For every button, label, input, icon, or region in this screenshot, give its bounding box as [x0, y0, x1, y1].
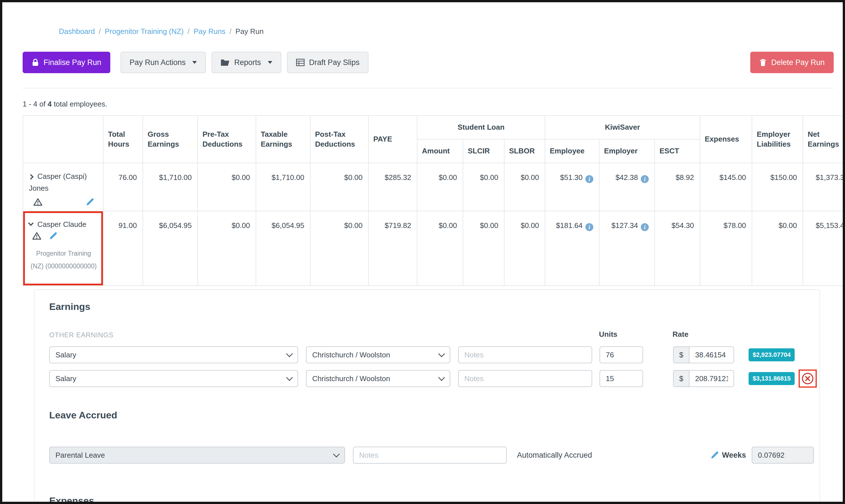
- units-input[interactable]: [600, 346, 643, 363]
- employee-count-summary: 1 - 4 of 4 total employees.: [23, 100, 834, 108]
- rate-column-label: Rate: [672, 330, 688, 339]
- leave-accrued-heading: Leave Accrued: [49, 410, 814, 421]
- breadcrumb-separator: /: [229, 27, 231, 36]
- location-select[interactable]: Christchurch / Woolston: [306, 346, 450, 363]
- cell-post-tax: $0.00: [310, 163, 368, 211]
- location-select[interactable]: Christchurch / Woolston: [306, 370, 450, 387]
- cell-ks-employee: $51.30i: [545, 163, 599, 211]
- cell-taxable: $6,054.95: [256, 211, 310, 286]
- leave-accrued-row: Parental Leave Automatically Accrued Wee…: [49, 447, 814, 464]
- pay-run-summary-table: Total Hours Gross Earnings Pre-Tax Deduc…: [23, 115, 845, 286]
- employee-row-expanded: Casper Claude Progenitor Training (NZ) (…: [23, 211, 845, 286]
- column-header-slcir: SLCIR: [463, 139, 504, 163]
- earnings-heading: Earnings: [49, 301, 814, 312]
- reports-button[interactable]: Reports: [211, 52, 281, 73]
- delete-row-slot: [801, 372, 814, 385]
- column-header-pre-tax-deductions: Pre-Tax Deductions: [198, 115, 256, 163]
- rate-input-group: $: [673, 346, 734, 363]
- earnings-total-badge: $3,131.86815: [748, 372, 795, 385]
- employee-pay-detail-panel: Earnings OTHER EARNINGS Units Rate Salar…: [34, 289, 820, 504]
- info-icon[interactable]: i: [585, 175, 593, 183]
- cell-paye: $719.82: [368, 211, 417, 286]
- column-header-net-earnings: Net Earnings: [803, 115, 845, 163]
- edit-pencil-icon[interactable]: [86, 198, 94, 206]
- folder-icon: [221, 59, 230, 66]
- cell-employer-liabilities: $0.00: [752, 211, 803, 286]
- cell-esct: $8.92: [655, 163, 700, 211]
- payslip-icon: [296, 59, 305, 66]
- units-input[interactable]: [600, 370, 643, 387]
- weeks-label: Weeks: [722, 451, 746, 460]
- delete-earnings-row-icon[interactable]: [801, 372, 814, 385]
- cell-gross-earnings: $1,710.00: [143, 163, 198, 211]
- column-header-employee: [23, 115, 103, 163]
- pay-category-select[interactable]: Salary: [49, 370, 298, 387]
- notes-input[interactable]: [458, 370, 592, 387]
- breadcrumb-link-pay-runs[interactable]: Pay Runs: [194, 27, 226, 36]
- cell-gross-earnings: $6,054.95: [143, 211, 198, 286]
- employee-row: Casper (Caspi) Jones 76.00 $1,710.00 $0.…: [23, 163, 845, 211]
- draft-pay-slips-button[interactable]: Draft Pay Slips: [287, 52, 369, 73]
- cell-expenses: $145.00: [700, 163, 752, 211]
- finalise-label: Finalise Pay Run: [44, 58, 101, 67]
- employee-row-toggle[interactable]: Casper Claude Progenitor Training (NZ) (…: [23, 211, 103, 286]
- caret-down-icon: [192, 61, 197, 64]
- employee-name[interactable]: Casper Claude: [37, 220, 86, 229]
- rate-input-group: $: [673, 370, 734, 387]
- cell-ks-employer: $42.38i: [599, 163, 655, 211]
- leave-notes-input[interactable]: [353, 447, 507, 464]
- pay-run-actions-label: Pay Run Actions: [130, 58, 186, 67]
- column-header-gross-earnings: Gross Earnings: [143, 115, 198, 163]
- breadcrumb-link-business[interactable]: Progenitor Training (NZ): [105, 27, 184, 36]
- weeks-group: Weeks: [711, 447, 814, 464]
- column-group-kiwisaver: KiwiSaver: [545, 115, 700, 139]
- info-icon[interactable]: i: [641, 175, 649, 183]
- info-icon[interactable]: i: [641, 223, 649, 231]
- pay-run-actions-button[interactable]: Pay Run Actions: [120, 52, 206, 73]
- column-header-taxable-earnings: Taxable Earnings: [256, 115, 310, 163]
- pay-category-select-wrap: Salary: [49, 346, 298, 363]
- warning-icon[interactable]: [32, 232, 41, 240]
- column-header-expenses: Expenses: [700, 115, 752, 163]
- column-header-paye: PAYE: [368, 115, 417, 163]
- location-select-wrap: Christchurch / Woolston: [306, 370, 450, 387]
- cell-post-tax: $0.00: [310, 211, 368, 286]
- currency-prefix: $: [673, 346, 689, 363]
- warning-icon[interactable]: [33, 198, 42, 206]
- column-header-total-hours: Total Hours: [103, 115, 143, 163]
- column-header-ks-employer: Employer: [599, 139, 655, 163]
- employee-business-subtitle: Progenitor Training (NZ) (0000000000000): [29, 247, 99, 273]
- column-header-slbor: SLBOR: [504, 139, 545, 163]
- breadcrumb-link-dashboard[interactable]: Dashboard: [59, 27, 95, 36]
- breadcrumb: Dashboard/Progenitor Training (NZ)/Pay R…: [59, 27, 834, 36]
- earnings-row: Salary Christchurch / Woolston $ $2,923.…: [49, 346, 814, 363]
- column-header-employer-liabilities: Employer Liabilities: [752, 115, 803, 163]
- notes-input[interactable]: [458, 346, 592, 363]
- cell-pre-tax: $0.00: [198, 163, 256, 211]
- cell-slbor: $0.00: [504, 163, 545, 211]
- delete-pay-run-button[interactable]: Delete Pay Run: [750, 52, 834, 73]
- other-earnings-label: OTHER EARNINGS: [49, 331, 114, 339]
- info-icon[interactable]: i: [585, 223, 593, 231]
- rate-input[interactable]: [689, 346, 734, 363]
- finalise-pay-run-button[interactable]: Finalise Pay Run: [23, 52, 110, 73]
- cell-net-earnings: $1,373.38: [803, 163, 845, 211]
- chevron-down-icon[interactable]: [28, 220, 34, 226]
- cell-sl-amount: $0.00: [417, 163, 463, 211]
- earnings-total-badge: $2,923.07704: [748, 348, 795, 361]
- employee-name[interactable]: Casper (Caspi) Jones: [29, 172, 87, 192]
- cell-ks-employer: $127.34i: [599, 211, 655, 286]
- breadcrumb-separator: /: [188, 27, 189, 36]
- cell-slcir: $0.00: [463, 211, 504, 286]
- rate-input[interactable]: [689, 370, 734, 387]
- column-header-post-tax-deductions: Post-Tax Deductions: [310, 115, 368, 163]
- cell-paye: $285.32: [368, 163, 417, 211]
- edit-pencil-icon[interactable]: [49, 232, 57, 240]
- edit-pencil-icon[interactable]: [711, 451, 719, 459]
- cell-sl-amount: $0.00: [417, 211, 463, 286]
- cell-pre-tax: $0.00: [198, 211, 256, 286]
- chevron-right-icon[interactable]: [28, 174, 34, 180]
- employee-row-toggle[interactable]: Casper (Caspi) Jones: [23, 163, 103, 211]
- cell-net-earnings: $5,153.49: [803, 211, 845, 286]
- pay-category-select[interactable]: Salary: [49, 346, 298, 363]
